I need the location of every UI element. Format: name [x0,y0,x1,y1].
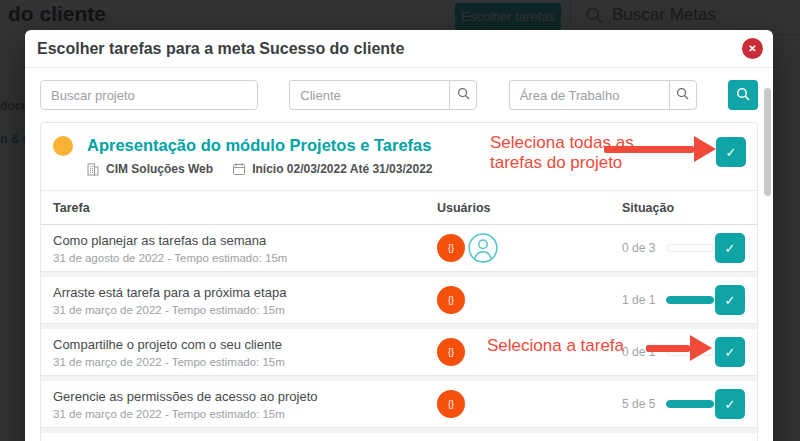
select-task-button[interactable]: ✓ [715,389,745,419]
column-header-task: Tarefa [53,201,437,215]
task-title: Arraste está tarefa para a próxima etapa [53,285,437,300]
close-icon: ✕ [748,43,756,54]
task-list: Como planejar as tarefas da semana 31 de… [41,225,757,441]
task-subtitle: 31 de março de 2022 - Tempo estimado: 15… [53,356,437,368]
check-icon: ✓ [725,241,736,256]
search-icon [736,87,750,104]
table-row: Tarefa relacionada ao chamado {} 0 de 1 … [41,433,757,441]
task-subtitle: 31 de março de 2022 - Tempo estimado: 15… [53,304,437,316]
user-avatar: {} [437,234,465,262]
workspace-search-button[interactable] [669,80,697,110]
workspace-filter-group [509,80,697,110]
task-subtitle: 31 de março de 2022 - Tempo estimado: 15… [53,408,437,420]
task-title: Compartilhe o projeto com o seu cliente [53,337,437,352]
column-header-users: Usuários [437,201,622,215]
project-dates: Início 02/03/2022 Até 31/03/2022 [252,162,432,176]
select-task-button[interactable]: ✓ [715,285,745,315]
user-avatar: {} [437,390,465,418]
user-outline-icon [468,233,498,263]
progress-bar [666,400,714,408]
table-row: Gerencie as permissões de acesso ao proj… [41,381,757,428]
modal-header: Escolher tarefas para a meta Sucesso do … [25,30,773,68]
check-icon: ✓ [725,345,736,360]
client-input[interactable] [289,80,449,110]
check-icon: ✓ [725,293,736,308]
project-title[interactable]: Apresentação do módulo Projetos e Tarefa… [87,136,433,155]
choose-tasks-modal: Escolher tarefas para a meta Sucesso do … [25,30,773,441]
annotation-arrow-icon [604,136,716,162]
status-count: 0 de 3 [622,241,660,255]
column-header-status: Situação [622,201,745,215]
check-icon: ✓ [725,397,736,412]
search-project-input[interactable] [40,80,258,110]
project-status-dot [53,136,73,156]
company-icon [87,163,99,176]
progress-bar [666,296,714,304]
project-header: Apresentação do módulo Projetos e Tarefa… [41,123,757,191]
modal-scrollbar-thumb[interactable] [764,88,771,196]
annotation-select-task: Seleciona a tarefa [487,336,624,356]
search-icon [457,87,470,103]
project-client: CIM Soluções Web [106,162,213,176]
project-card: Apresentação do módulo Projetos e Tarefa… [40,122,758,441]
filters-bar [25,68,773,122]
annotation-arrow-icon [646,335,712,361]
table-header: Tarefa Usuários Situação [41,191,757,225]
modal-title: Escolher tarefas para a meta Sucesso do … [37,30,404,68]
task-rows: Como planejar as tarefas da semana 31 de… [41,225,757,441]
select-task-button[interactable]: ✓ [715,233,745,263]
table-row: Arraste está tarefa para a próxima etapa… [41,277,757,324]
status-count: 1 de 1 [622,293,660,307]
task-title: Como planejar as tarefas da semana [53,233,437,248]
check-icon: ✓ [726,145,737,160]
task-title: Gerencie as permissões de acesso ao proj… [53,389,437,404]
progress-bar [666,244,714,252]
task-subtitle: 31 de agosto de 2022 - Tempo estimado: 1… [53,252,437,264]
status-count: 5 de 5 [622,397,660,411]
submit-search-button[interactable] [728,80,758,110]
select-task-button[interactable]: ✓ [715,337,745,367]
user-avatar: {} [437,338,465,366]
client-filter-group [289,80,477,110]
workspace-input[interactable] [509,80,669,110]
table-row: Como planejar as tarefas da semana 31 de… [41,225,757,272]
calendar-icon [233,163,245,175]
client-search-button[interactable] [449,80,477,110]
close-button[interactable]: ✕ [742,38,763,59]
user-avatar: {} [437,286,465,314]
select-all-tasks-button[interactable]: ✓ [716,137,746,167]
search-icon [676,87,689,103]
